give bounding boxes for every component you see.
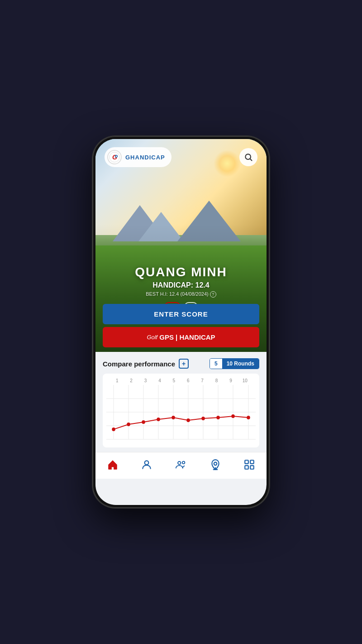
chart-dot-5 (171, 416, 175, 419)
svg-rect-28 (245, 466, 248, 469)
chart-x-labels: 1 2 3 4 5 6 7 8 9 10 (106, 378, 256, 383)
add-performance-button[interactable]: + (179, 359, 189, 369)
x-label-10: 10 (238, 378, 252, 383)
svg-rect-26 (245, 460, 248, 464)
phone-screen: G GHANDICAP QUANG MINH (95, 139, 267, 505)
svg-rect-27 (250, 460, 254, 464)
nav-apps[interactable] (238, 457, 261, 472)
nav-group[interactable] (170, 457, 192, 472)
gps-icon-svg (210, 459, 221, 471)
hero-buttons: ENTER SCORE Golf GPS | HANDICAP (103, 304, 259, 347)
apps-icon (243, 459, 255, 471)
performance-section: Compare performance + 5 10 Rounds 1 2 3 … (95, 352, 267, 452)
x-label-1: 1 (110, 378, 124, 383)
chart-dot-4 (157, 418, 160, 421)
profile-icon-svg (141, 459, 152, 471)
svg-point-20 (145, 461, 149, 465)
x-label-8: 8 (210, 378, 224, 383)
x-label-9: 9 (224, 378, 238, 383)
svg-point-21 (178, 461, 181, 465)
gps-label-text: GPS | HANDICAP (159, 333, 215, 341)
gps-handicap-button[interactable]: Golf GPS | HANDICAP (103, 327, 259, 347)
phone-device: G GHANDICAP QUANG MINH (93, 136, 269, 508)
g-logo-svg: G (109, 152, 120, 163)
x-label-3: 3 (138, 378, 152, 383)
search-button[interactable] (239, 148, 257, 166)
rounds-5-option[interactable]: 5 (210, 359, 222, 369)
nav-gps[interactable] (204, 457, 227, 472)
best-hi-text: BEST H.I: 12.4 (04/08/2024) ? (95, 291, 267, 298)
logo-icon: G (107, 150, 122, 164)
x-label-5: 5 (167, 378, 181, 383)
perf-title-area: Compare performance + (103, 359, 189, 369)
group-icon (175, 459, 187, 471)
chart-svg (106, 385, 256, 444)
enter-score-button[interactable]: ENTER SCORE (103, 304, 259, 324)
nav-home[interactable] (101, 457, 124, 472)
bottom-navigation (95, 452, 267, 479)
chart-line (114, 416, 248, 429)
chart-dot-10 (247, 416, 250, 419)
gps-icon (210, 459, 221, 471)
apps-icon-svg (243, 459, 255, 471)
x-label-7: 7 (195, 378, 209, 383)
nav-profile[interactable] (135, 457, 158, 472)
chart-dot-8 (216, 416, 220, 419)
home-icon (107, 459, 119, 471)
rounds-10-option[interactable]: 10 Rounds (222, 359, 259, 369)
home-icon-svg (107, 459, 119, 471)
svg-point-3 (116, 156, 117, 157)
chart-dot-3 (142, 420, 145, 424)
chart-dot-9 (231, 414, 235, 418)
chart-dot-6 (186, 418, 190, 422)
player-name: QUANG MINH (95, 265, 267, 279)
chart-dot-7 (201, 417, 205, 420)
x-label-6: 6 (181, 378, 195, 383)
chart-area (106, 385, 256, 444)
svg-rect-29 (250, 466, 254, 469)
x-label-4: 4 (152, 378, 167, 383)
search-icon (244, 153, 253, 162)
chart-dot-2 (127, 423, 130, 426)
app-logo-text: GHANDICAP (125, 154, 165, 161)
performance-header: Compare performance + 5 10 Rounds (103, 358, 259, 369)
handicap-value: HANDICAP: 12.4 (95, 281, 267, 289)
app-header: G GHANDICAP (95, 139, 267, 172)
svg-point-23 (214, 462, 217, 466)
chart-dot-1 (112, 428, 115, 431)
info-icon[interactable]: ? (210, 291, 216, 298)
svg-point-22 (182, 461, 185, 464)
profile-icon (141, 459, 152, 471)
performance-title: Compare performance (103, 360, 175, 368)
chart-container: 1 2 3 4 5 6 7 8 9 10 (103, 374, 259, 447)
hero-section: G GHANDICAP QUANG MINH (95, 139, 267, 352)
logo-area: G GHANDICAP (105, 147, 171, 167)
x-label-2: 2 (124, 378, 138, 383)
group-icon-svg (175, 459, 187, 471)
golf-italic-text: Golf (147, 334, 157, 341)
rounds-selector: 5 10 Rounds (210, 358, 259, 369)
svg-line-5 (250, 159, 252, 161)
